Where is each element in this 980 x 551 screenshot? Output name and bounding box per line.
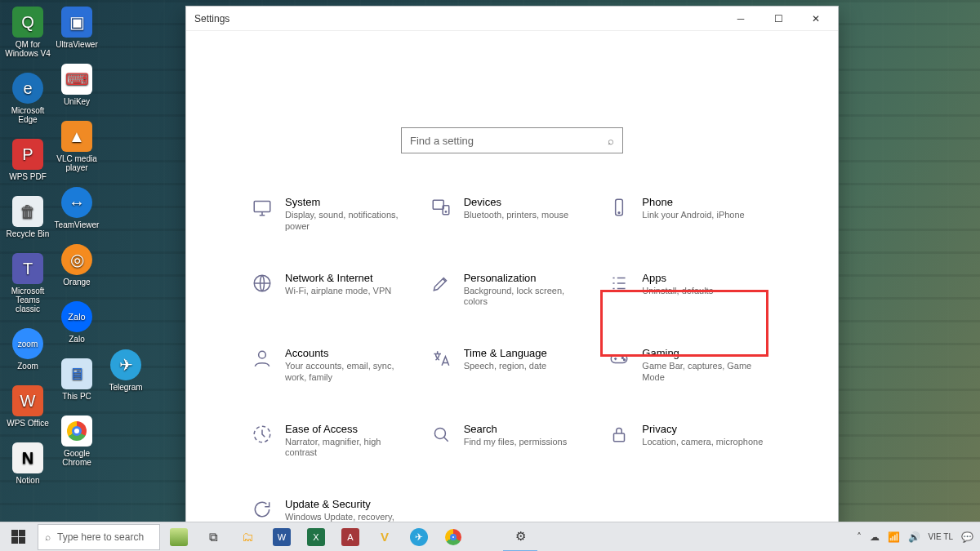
- category-search[interactable]: SearchFind my files, permissions: [430, 423, 595, 460]
- svg-point-9: [622, 358, 624, 359]
- category-accounts[interactable]: AccountsYour accounts, email, sync, work…: [251, 347, 416, 384]
- icon-label: Recycle Bin: [7, 229, 50, 238]
- taskbar-pinned-app[interactable]: [162, 522, 196, 552]
- category-phone[interactable]: PhoneLink your Android, iPhone: [608, 196, 773, 233]
- search-cat-icon: [430, 423, 452, 446]
- category-title: Update & Security: [285, 498, 408, 510]
- desktop-icon-zalo[interactable]: ZaloZalo: [54, 301, 100, 344]
- category-title: Accounts: [285, 347, 408, 359]
- category-title: Ease of Access: [285, 423, 408, 435]
- category-time-language[interactable]: Time & LanguageSpeech, region, date: [430, 347, 595, 384]
- category-title: System: [285, 196, 408, 208]
- tray-ime-indicator[interactable]: VIE TL: [929, 533, 953, 541]
- desktop-icon-telegram[interactable]: ✈Telegram: [103, 349, 149, 392]
- icon-label: UniKey: [64, 97, 90, 106]
- category-devices[interactable]: DevicesBluetooth, printers, mouse: [430, 196, 595, 233]
- icon-label: UltraViewer: [56, 40, 98, 49]
- category-title: Gaming: [642, 347, 764, 359]
- tray-notifications-icon[interactable]: 💬: [961, 531, 973, 543]
- category-system[interactable]: SystemDisplay, sound, notifications, pow…: [251, 196, 416, 233]
- update-icon: [251, 498, 274, 521]
- icon-label: Microsoft Teams classic: [5, 287, 51, 313]
- taskbar-telegram[interactable]: ✈: [402, 522, 436, 552]
- category-privacy[interactable]: PrivacyLocation, camera, microphone: [608, 423, 773, 460]
- category-network[interactable]: Network & InternetWi-Fi, airplane mode, …: [251, 272, 416, 309]
- taskbar-chrome[interactable]: [436, 522, 470, 552]
- category-sub: Bluetooth, printers, mouse: [464, 210, 568, 221]
- desktop-icon-notion[interactable]: NNotion: [5, 442, 51, 485]
- search-placeholder: Find a setting: [410, 135, 608, 147]
- desktop: QQM for Windows V4 eMicrosoft Edge PWPS …: [0, 0, 980, 551]
- category-sub: Link your Android, iPhone: [642, 210, 744, 221]
- desktop-icon-edge[interactable]: eMicrosoft Edge: [5, 73, 51, 124]
- settings-categories-grid: SystemDisplay, sound, notifications, pow…: [251, 196, 773, 535]
- desktop-icon-unikey[interactable]: ⌨UniKey: [54, 64, 100, 106]
- window-titlebar[interactable]: Settings ─ ☐ ✕: [186, 7, 838, 31]
- apps-list-icon: [608, 272, 630, 295]
- taskbar-explorer[interactable]: 🗂: [230, 522, 265, 552]
- category-sub: Location, camera, microphone: [642, 437, 763, 448]
- desktop-icon-vlc[interactable]: ▲VLC media player: [54, 121, 100, 172]
- desktop-icon-zoom[interactable]: zoomZoom: [5, 328, 51, 371]
- person-icon: [251, 347, 274, 370]
- desktop-icon-teamviewer[interactable]: ↔TeamViewer: [54, 187, 100, 229]
- icon-label: Telegram: [109, 383, 142, 392]
- desktop-icon-wpspdf[interactable]: PWPS PDF: [5, 139, 51, 181]
- icon-label: WPS PDF: [9, 172, 47, 181]
- category-title: Devices: [464, 196, 568, 208]
- desktop-icon-recyclebin[interactable]: 🗑Recycle Bin: [5, 196, 51, 238]
- taskbar-app-v[interactable]: V: [368, 522, 402, 552]
- tray-wifi-icon[interactable]: 📶: [888, 531, 900, 543]
- category-ease-of-access[interactable]: Ease of AccessNarrator, magnifier, high …: [251, 423, 416, 460]
- taskbar-search[interactable]: ⌕ Type here to search: [38, 524, 160, 550]
- taskbar-access[interactable]: A: [333, 522, 368, 552]
- window-title: Settings: [194, 13, 229, 24]
- lock-icon: [608, 423, 630, 446]
- system-tray: ˄ ☁ 📶 🔊 VIE TL 💬: [850, 531, 980, 543]
- icon-label: TeamViewer: [55, 220, 100, 229]
- search-icon: ⌕: [45, 531, 51, 543]
- window-close-button[interactable]: ✕: [797, 7, 835, 31]
- desktop-icon-teams[interactable]: TMicrosoft Teams classic: [5, 253, 51, 313]
- svg-rect-1: [433, 200, 443, 209]
- category-sub: Background, lock screen, colors: [464, 286, 586, 309]
- category-sub: Find my files, permissions: [464, 437, 568, 448]
- taskbar-excel[interactable]: X: [299, 522, 333, 552]
- task-view-button[interactable]: ⧉: [196, 522, 230, 552]
- category-title: Personalization: [464, 272, 586, 284]
- start-button[interactable]: [0, 522, 36, 552]
- svg-point-3: [445, 211, 446, 212]
- category-sub: Narrator, magnifier, high contrast: [285, 437, 408, 460]
- icon-label: VLC media player: [54, 154, 100, 172]
- icon-label: Orange: [63, 278, 90, 287]
- category-sub: Display, sound, notifications, power: [285, 210, 408, 233]
- desktop-icon-thispc[interactable]: 🖥This PC: [54, 358, 100, 401]
- category-sub: Game Bar, captures, Game Mode: [642, 361, 764, 384]
- category-title: Network & Internet: [285, 272, 391, 284]
- settings-body: Find a setting ⌕ SystemDisplay, sound, n…: [186, 31, 838, 535]
- category-apps[interactable]: AppsUninstall, defaults: [608, 272, 773, 309]
- desktop-icon-qm[interactable]: QQM for Windows V4: [5, 7, 51, 58]
- settings-search-input[interactable]: Find a setting ⌕: [401, 127, 623, 153]
- tray-volume-icon[interactable]: 🔊: [908, 531, 920, 543]
- category-title: Phone: [642, 196, 744, 208]
- gamepad-icon: [608, 347, 630, 370]
- desktop-icon-orange[interactable]: ◎Orange: [54, 244, 100, 287]
- category-title: Search: [464, 423, 568, 435]
- svg-point-10: [624, 359, 626, 361]
- category-personalization[interactable]: PersonalizationBackground, lock screen, …: [430, 272, 595, 309]
- desktop-icon-chrome[interactable]: Google Chrome: [54, 415, 100, 467]
- desktop-icon-ultraviewer[interactable]: ▣UltraViewer: [54, 7, 100, 49]
- desktop-icon-wpsoffice[interactable]: WWPS Office: [5, 385, 51, 428]
- tray-cloud-icon[interactable]: ☁: [870, 531, 880, 543]
- tray-overflow-icon[interactable]: ˄: [857, 531, 862, 543]
- window-minimize-button[interactable]: ─: [722, 7, 760, 31]
- svg-point-5: [618, 212, 620, 214]
- category-gaming[interactable]: GamingGame Bar, captures, Game Mode: [608, 347, 773, 384]
- taskbar: ⌕ Type here to search ⧉ 🗂 W X A V ✈ ⚙ ˄ …: [0, 522, 980, 551]
- taskbar-settings-running[interactable]: ⚙: [503, 522, 537, 552]
- language-icon: [430, 347, 452, 370]
- taskbar-word[interactable]: W: [265, 522, 299, 552]
- category-title: Apps: [642, 272, 713, 284]
- window-maximize-button[interactable]: ☐: [760, 7, 797, 31]
